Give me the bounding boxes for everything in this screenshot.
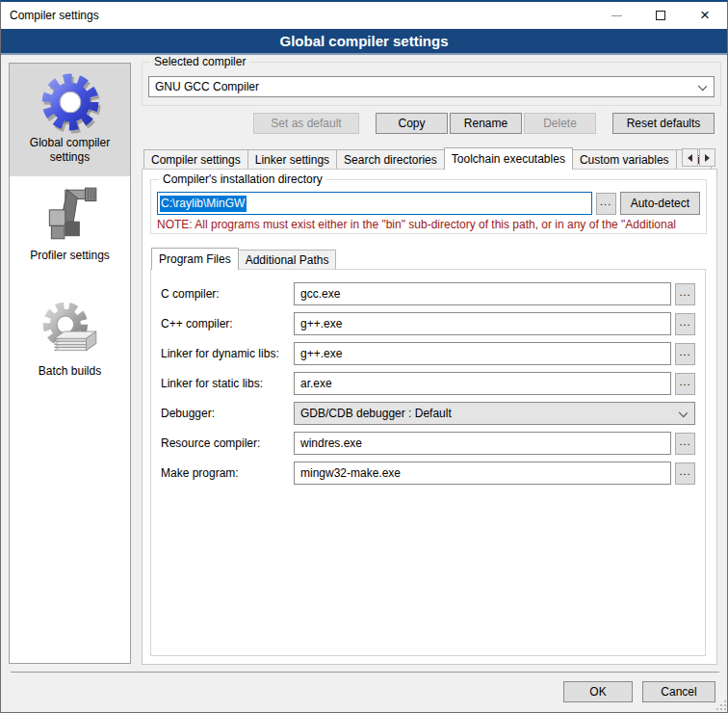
- field-label: Linker for static libs:: [161, 377, 294, 390]
- settings-sidebar: Global compiler settings Profiler settin…: [9, 63, 131, 664]
- installation-directory-group: Compiler's installation directory C:\ray…: [150, 179, 707, 234]
- compiler-button-row: Set as default Copy Rename Delete Reset …: [142, 113, 721, 134]
- set-as-default-button[interactable]: Set as default: [253, 113, 359, 134]
- installation-directory-value: C:\raylib\MinGW: [160, 196, 247, 212]
- delete-button[interactable]: Delete: [524, 113, 596, 134]
- c-compiler-input[interactable]: [294, 282, 671, 305]
- tab-label: Compiler settings: [151, 153, 241, 167]
- field-label: Resource compiler:: [161, 436, 294, 450]
- program-files-panel: C compiler: ... C++ compiler: ... Linker…: [150, 269, 706, 656]
- arrow-left-icon: [688, 154, 692, 162]
- selected-compiler-group: Selected compiler GNU GCC Compiler: [142, 62, 721, 106]
- selected-compiler-group-label: Selected compiler: [150, 55, 249, 69]
- make-program-browse-button[interactable]: ...: [675, 462, 695, 485]
- c-compiler-row: C compiler: ...: [161, 282, 695, 305]
- sidebar-item-profiler-settings[interactable]: Profiler settings: [10, 176, 130, 275]
- settings-pane: Selected compiler GNU GCC Compiler Set a…: [142, 55, 721, 672]
- caliper-icon: [39, 183, 102, 247]
- subtab-additional-paths[interactable]: Additional Paths: [238, 250, 337, 269]
- field-label: Debugger:: [161, 407, 294, 420]
- dialog-footer: OK Cancel: [11, 672, 719, 711]
- tab-scroll-left-button[interactable]: [682, 148, 698, 167]
- dynamic-linker-row: Linker for dynamic libs: ...: [161, 342, 695, 365]
- c-compiler-browse-button[interactable]: ...: [675, 283, 695, 305]
- installation-directory-group-label: Compiler's installation directory: [159, 172, 326, 187]
- tab-search-directories[interactable]: Search directories: [336, 149, 445, 169]
- gear-stack-icon: [39, 299, 102, 362]
- static-linker-row: Linker for static libs: ...: [161, 372, 695, 395]
- tab-label: Custom variables: [580, 153, 669, 167]
- installation-directory-row: C:\raylib\MinGW ... Auto-detect: [157, 192, 700, 215]
- chevron-down-icon: [679, 409, 688, 417]
- static-linker-input[interactable]: [294, 372, 671, 395]
- maximize-icon: [656, 11, 665, 20]
- maximize-button[interactable]: [638, 2, 683, 29]
- sidebar-item-global-compiler-settings[interactable]: Global compiler settings: [10, 64, 130, 176]
- close-icon: ×: [700, 7, 710, 23]
- resource-compiler-browse-button[interactable]: ...: [675, 433, 695, 455]
- paths-subtab-bar: Program Files Additional Paths: [150, 247, 707, 269]
- settings-tab-bar: Compiler settings Linker settings Search…: [142, 146, 721, 169]
- subtab-program-files[interactable]: Program Files: [151, 248, 239, 270]
- cancel-button[interactable]: Cancel: [642, 681, 715, 702]
- selected-compiler-combobox[interactable]: GNU GCC Compiler: [148, 76, 715, 97]
- title-bar[interactable]: Compiler settings ×: [1, 2, 727, 29]
- debugger-value: GDB/CDB debugger : Default: [300, 407, 452, 420]
- close-button[interactable]: ×: [683, 2, 727, 29]
- subtab-label: Additional Paths: [246, 253, 329, 267]
- tab-label: Search directories: [344, 153, 437, 167]
- auto-detect-button[interactable]: Auto-detect: [620, 192, 700, 215]
- tab-compiler-settings[interactable]: Compiler settings: [143, 149, 248, 169]
- subtab-label: Program Files: [159, 252, 231, 266]
- page-title: Global compiler settings: [279, 33, 448, 49]
- caption-buttons: ×: [594, 2, 727, 29]
- compiler-settings-dialog: Compiler settings × Global compiler sett…: [0, 0, 728, 713]
- cpp-compiler-input[interactable]: [294, 312, 671, 335]
- tab-scroll-arrows: [681, 148, 715, 167]
- cpp-compiler-browse-button[interactable]: ...: [675, 313, 695, 335]
- ok-button[interactable]: OK: [563, 681, 633, 702]
- tab-label: Toolchain executables: [452, 152, 565, 166]
- field-label: C++ compiler:: [161, 317, 294, 330]
- debugger-combobox[interactable]: GDB/CDB debugger : Default: [294, 402, 695, 425]
- dialog-body: Global compiler settings Profiler settin…: [1, 55, 727, 711]
- dialog-header: Global compiler settings: [1, 29, 727, 55]
- static-linker-browse-button[interactable]: ...: [675, 373, 695, 395]
- sidebar-item-batch-builds[interactable]: Batch builds: [10, 292, 130, 390]
- tab-toolchain-executables[interactable]: Toolchain executables: [444, 147, 573, 170]
- arrow-right-icon: [705, 154, 710, 162]
- blue-gear-icon: [39, 70, 102, 134]
- tab-scroll-right-button[interactable]: [699, 148, 715, 167]
- bin-subdirectory-note: NOTE: All programs must exist either in …: [157, 218, 700, 231]
- copy-button[interactable]: Copy: [376, 113, 448, 134]
- tab-linker-settings[interactable]: Linker settings: [247, 149, 337, 169]
- sidebar-item-label: Global compiler settings: [12, 136, 128, 165]
- dynamic-linker-input[interactable]: [294, 342, 671, 365]
- cpp-compiler-row: C++ compiler: ...: [161, 312, 695, 335]
- tab-label: Linker settings: [255, 153, 329, 167]
- minimize-icon: [611, 15, 622, 16]
- rename-button[interactable]: Rename: [450, 113, 522, 134]
- sidebar-item-label: Batch builds: [12, 364, 128, 379]
- window-title: Compiler settings: [1, 9, 99, 22]
- debugger-row: Debugger: GDB/CDB debugger : Default: [161, 402, 695, 425]
- make-program-input[interactable]: [294, 462, 671, 485]
- chevron-down-icon: [698, 82, 707, 91]
- toolchain-executables-page: Compiler's installation directory C:\ray…: [142, 169, 717, 665]
- resize-grip[interactable]: [715, 699, 726, 710]
- resource-compiler-input[interactable]: [294, 432, 671, 455]
- sidebar-item-label: Profiler settings: [12, 249, 128, 263]
- make-program-row: Make program: ...: [161, 462, 695, 485]
- resource-compiler-row: Resource compiler: ...: [161, 432, 695, 455]
- field-label: Make program:: [161, 466, 294, 480]
- installation-directory-browse-button[interactable]: ...: [596, 193, 616, 215]
- minimize-button[interactable]: [594, 2, 638, 29]
- selected-compiler-value: GNU GCC Compiler: [155, 80, 259, 93]
- installation-directory-input[interactable]: C:\raylib\MinGW: [157, 192, 592, 215]
- field-label: C compiler:: [161, 287, 294, 301]
- tab-custom-variables[interactable]: Custom variables: [572, 149, 677, 169]
- field-label: Linker for dynamic libs:: [161, 347, 294, 360]
- reset-defaults-button[interactable]: Reset defaults: [612, 113, 715, 134]
- dynamic-linker-browse-button[interactable]: ...: [675, 343, 695, 365]
